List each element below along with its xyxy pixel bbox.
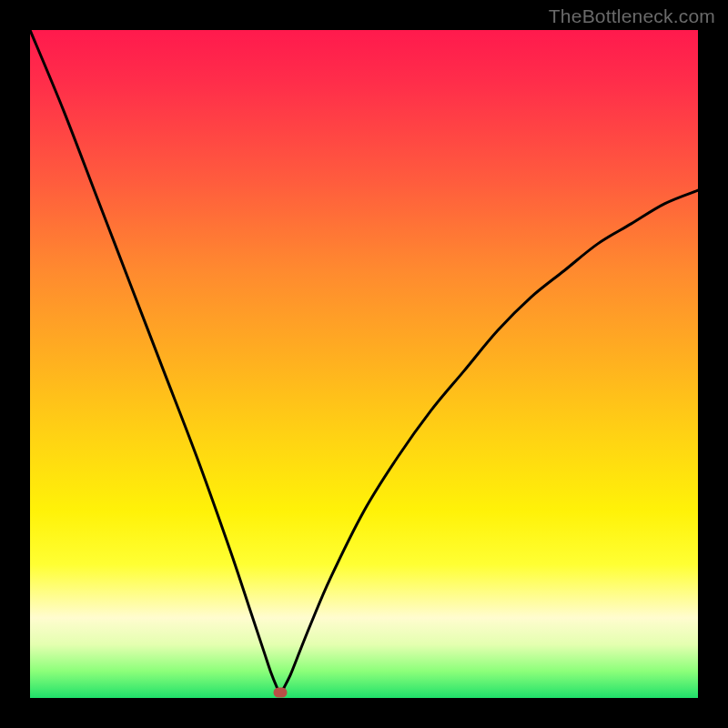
bottleneck-curve bbox=[30, 30, 698, 698]
chart-frame: TheBottleneck.com bbox=[0, 0, 728, 728]
plot-area bbox=[30, 30, 698, 698]
watermark-text: TheBottleneck.com bbox=[549, 5, 715, 27]
optimal-marker bbox=[274, 688, 288, 698]
